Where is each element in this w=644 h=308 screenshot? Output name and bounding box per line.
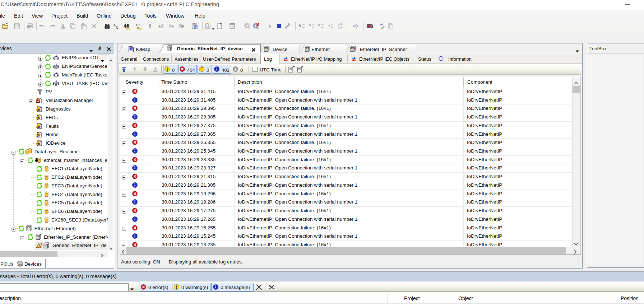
svg-text:A: A	[135, 23, 138, 27]
svg-text:E: E	[200, 67, 203, 71]
svg-text:D: D	[234, 67, 237, 71]
svg-text:B: B	[116, 26, 119, 29]
